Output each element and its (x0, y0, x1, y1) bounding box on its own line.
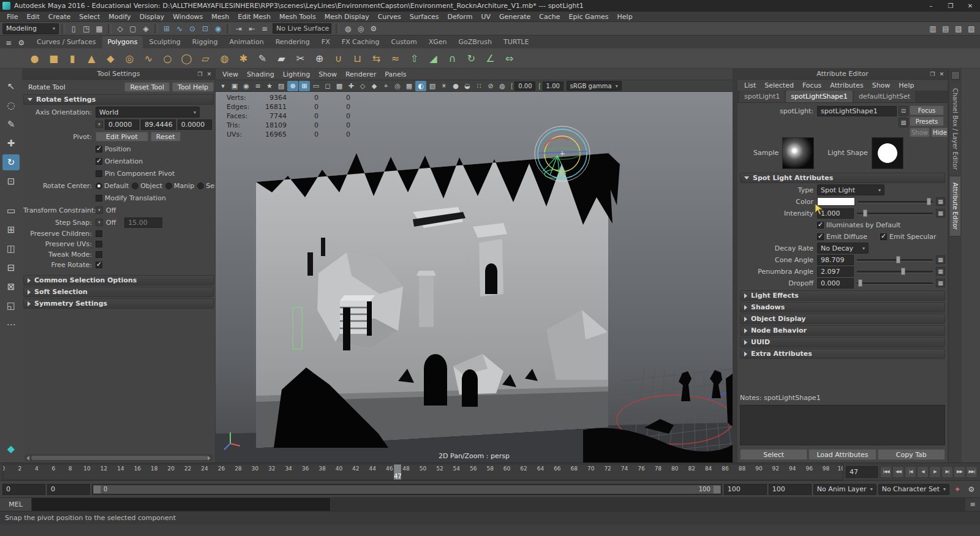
ae-menu-item[interactable]: Focus (798, 81, 826, 90)
multi-cut-icon[interactable]: ✂ (292, 50, 309, 67)
tweak-mode-checkbox[interactable] (96, 251, 102, 258)
group-separator[interactable] (227, 24, 230, 34)
ae-menu-item[interactable]: List (740, 81, 760, 90)
animation-end-field[interactable]: 100 (769, 484, 812, 495)
spin-edge-icon[interactable]: ↻ (462, 50, 480, 67)
ae-tab[interactable]: spotLight1 (739, 91, 785, 102)
float-panel-icon[interactable]: ❐ (195, 69, 205, 78)
make-live-icon[interactable]: ◉ (212, 23, 224, 34)
safe-action-icon[interactable]: ◇ (357, 81, 368, 91)
film-gate-icon[interactable]: ▭ (311, 81, 322, 91)
scroll-left-icon[interactable] (26, 456, 29, 461)
scroll-thumb[interactable] (31, 456, 208, 460)
use-all-lights-icon[interactable]: ☀ (439, 81, 450, 91)
menu-item[interactable]: Mesh Tools (275, 12, 320, 21)
rotate-z-field[interactable]: 0.0000 (178, 119, 212, 130)
collapsed-section[interactable]: UUID (740, 337, 945, 347)
menu-item[interactable]: Help (613, 12, 637, 21)
step-forward-frame-icon[interactable]: ▶▶ (954, 466, 965, 478)
close-button[interactable]: ✕ (960, 0, 980, 12)
menu-item[interactable]: Windows (168, 12, 207, 21)
shelf-tab[interactable]: GoZBrush (453, 36, 497, 48)
current-frame-marker[interactable]: 47 (394, 464, 401, 480)
grid-icon[interactable]: ⊞ (299, 81, 310, 91)
panel-menu-item[interactable]: Lighting (279, 70, 314, 79)
group-separator[interactable] (336, 24, 339, 34)
open-scene-icon[interactable]: ◳ (80, 23, 92, 34)
side-dock-tab[interactable]: Attribute Editor (950, 176, 960, 236)
select-tool-icon[interactable]: ↖ (2, 78, 20, 94)
penumbra-angle-field[interactable]: 2.097 (817, 266, 854, 277)
menu-item[interactable]: Curves (374, 12, 405, 21)
transform-constraint-value[interactable]: Off (105, 206, 116, 214)
free-rotate-checkbox[interactable] (96, 262, 102, 268)
quad-draw-icon[interactable]: ▰ (273, 50, 290, 67)
step-snap-menu-icon[interactable]: ▾ (96, 219, 103, 226)
illuminates-by-default-checkbox[interactable] (817, 222, 824, 228)
orientation-checkbox[interactable] (96, 158, 102, 165)
gate-mask-icon[interactable]: ▩ (334, 81, 345, 91)
menu-item[interactable]: Display (135, 12, 169, 21)
construction-history-icon[interactable]: ≡ (258, 23, 271, 34)
frame-selected-icon[interactable]: ◎ (392, 81, 403, 91)
range-start-handle[interactable] (93, 485, 101, 494)
smooth-icon[interactable]: ≈ (386, 50, 404, 67)
character-set-select[interactable]: No Character Set▾ (878, 484, 949, 495)
gamma-icon[interactable]: [ (538, 82, 541, 90)
show-tool-settings-icon[interactable]: ▧ (952, 23, 965, 34)
slider-handle[interactable] (863, 209, 867, 217)
current-frame-field[interactable]: 47 (846, 466, 878, 478)
gamma-field[interactable]: 1.00 (543, 81, 564, 91)
minimize-button[interactable]: – (921, 0, 941, 12)
viewport-3d-view[interactable]: Verts: 9364 0 0 Edges: 16811 0 0 (216, 92, 733, 462)
color-slider[interactable] (858, 197, 933, 206)
slider-handle[interactable] (896, 256, 900, 263)
group-separator[interactable] (154, 24, 158, 34)
rotate-settings-section[interactable]: Rotate Settings (23, 94, 214, 105)
symmetrize-icon[interactable]: ⇔ (500, 50, 518, 67)
color-map-button[interactable]: ▦ (936, 197, 945, 206)
intensity-slider[interactable] (857, 209, 933, 217)
layout-four-pane-icon[interactable]: ⊞ (2, 222, 20, 238)
dropoff-field[interactable]: 0.000 (817, 278, 854, 289)
select-button[interactable]: Select (740, 449, 807, 460)
cone-angle-field[interactable]: 98.709 (817, 255, 854, 265)
poly-pipe-icon[interactable]: ◎ (121, 50, 138, 67)
camera-attributes-icon[interactable]: ≡ (252, 81, 263, 91)
panel-menu-item[interactable]: View (218, 70, 243, 79)
bookmarks-icon[interactable]: ★ (264, 81, 275, 91)
penumbra-angle-slider[interactable] (857, 267, 933, 276)
snap-to-grid-icon[interactable]: ⊞ (160, 23, 173, 34)
penumbra-map-button[interactable]: ▦ (936, 267, 945, 276)
layout-persp-outliner-icon[interactable]: ◫ (2, 241, 20, 257)
light-shape-swatch[interactable] (872, 137, 903, 169)
script-editor-icon[interactable]: ≡ (965, 498, 980, 511)
rotate-values-menu-icon[interactable]: ▾ (96, 121, 103, 128)
poly-pyramid-icon[interactable]: ◆ (102, 50, 119, 67)
panel-splitter[interactable] (733, 69, 737, 462)
shelf-tab[interactable]: Rendering (270, 36, 315, 48)
field-chart-icon[interactable]: ✚ (345, 81, 356, 91)
collapsed-section[interactable]: Shadows (740, 302, 945, 312)
anim-layer-select[interactable]: No Anim Layer▾ (813, 484, 876, 495)
anti-alias-icon[interactable]: ∷ (473, 81, 484, 91)
node-name-field[interactable]: spotLightShape1 (817, 106, 897, 116)
scale-tool-icon[interactable]: ⊡ (2, 173, 20, 189)
safe-title-icon[interactable]: ◆ (369, 81, 380, 91)
shelf-menu-icon[interactable]: ≡ (2, 37, 15, 48)
rotate-tool-icon[interactable]: ↻ (2, 154, 20, 170)
panel-menu-item[interactable]: Renderer (341, 70, 380, 79)
decay-rate-select[interactable]: No Decay▾ (817, 243, 869, 254)
view-transform-select[interactable]: sRGB gamma▾ (567, 81, 622, 91)
playback-end-field[interactable]: 100 (724, 484, 767, 495)
command-language-button[interactable]: MEL (0, 498, 32, 511)
scroll-right-icon[interactable] (208, 456, 211, 461)
layout-custom-icon[interactable]: ⋯ (2, 317, 20, 333)
playback-range-fill[interactable] (93, 485, 721, 494)
step-forward-key-icon[interactable]: ▶| (941, 466, 953, 478)
collapsed-section[interactable]: Node Behavior (740, 325, 945, 336)
save-scene-icon[interactable]: ▦ (93, 23, 105, 34)
show-button[interactable]: Show (910, 127, 930, 137)
ipr-render-icon[interactable]: ◎ (355, 23, 367, 34)
step-back-frame-icon[interactable]: ◀◀ (892, 466, 904, 478)
